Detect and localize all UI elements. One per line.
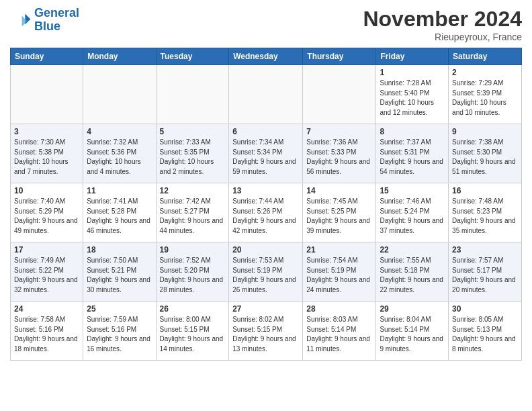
day-number: 8 bbox=[380, 127, 445, 136]
calendar-cell: 5Sunrise: 7:33 AM Sunset: 5:35 PM Daylig… bbox=[156, 124, 229, 183]
day-info: Sunrise: 7:40 AM Sunset: 5:29 PM Dayligh… bbox=[14, 197, 79, 236]
day-number: 19 bbox=[160, 245, 226, 255]
day-number: 4 bbox=[87, 127, 152, 136]
day-number: 29 bbox=[380, 304, 445, 314]
calendar-cell: 21Sunrise: 7:54 AM Sunset: 5:19 PM Dayli… bbox=[303, 242, 376, 302]
col-tuesday: Tuesday bbox=[156, 48, 229, 65]
day-info: Sunrise: 7:45 AM Sunset: 5:25 PM Dayligh… bbox=[306, 197, 372, 236]
day-number: 26 bbox=[160, 304, 226, 314]
calendar-cell: 20Sunrise: 7:53 AM Sunset: 5:19 PM Dayli… bbox=[229, 242, 303, 302]
title-block: November 2024 Rieupeyroux, France bbox=[363, 7, 522, 42]
logo: General Blue bbox=[10, 7, 79, 34]
day-info: Sunrise: 8:04 AM Sunset: 5:14 PM Dayligh… bbox=[380, 315, 445, 354]
col-monday: Monday bbox=[83, 48, 156, 65]
day-number: 22 bbox=[380, 245, 445, 255]
day-info: Sunrise: 7:46 AM Sunset: 5:24 PM Dayligh… bbox=[380, 197, 445, 236]
calendar-cell: 30Sunrise: 8:05 AM Sunset: 5:13 PM Dayli… bbox=[449, 302, 522, 361]
logo-line2: Blue bbox=[34, 19, 60, 33]
day-number: 28 bbox=[306, 304, 372, 314]
calendar-cell: 4Sunrise: 7:32 AM Sunset: 5:36 PM Daylig… bbox=[83, 124, 156, 183]
day-info: Sunrise: 8:03 AM Sunset: 5:14 PM Dayligh… bbox=[306, 315, 372, 354]
col-sunday: Sunday bbox=[11, 48, 83, 65]
day-number: 16 bbox=[452, 186, 518, 195]
day-number: 18 bbox=[87, 245, 152, 255]
day-info: Sunrise: 7:58 AM Sunset: 5:16 PM Dayligh… bbox=[14, 315, 79, 354]
month-title: November 2024 bbox=[363, 7, 522, 32]
calendar-cell: 29Sunrise: 8:04 AM Sunset: 5:14 PM Dayli… bbox=[376, 302, 449, 361]
header: General Blue November 2024 Rieupeyroux, … bbox=[10, 7, 522, 42]
calendar-cell: 27Sunrise: 8:02 AM Sunset: 5:15 PM Dayli… bbox=[229, 302, 303, 361]
day-number: 1 bbox=[380, 68, 445, 77]
calendar-cell: 3Sunrise: 7:30 AM Sunset: 5:38 PM Daylig… bbox=[11, 124, 83, 183]
calendar-cell: 24Sunrise: 7:58 AM Sunset: 5:16 PM Dayli… bbox=[11, 302, 83, 361]
day-info: Sunrise: 7:48 AM Sunset: 5:23 PM Dayligh… bbox=[452, 197, 518, 236]
week-row-3: 10Sunrise: 7:40 AM Sunset: 5:29 PM Dayli… bbox=[11, 183, 522, 242]
day-info: Sunrise: 7:38 AM Sunset: 5:30 PM Dayligh… bbox=[452, 138, 518, 177]
calendar-cell bbox=[229, 65, 303, 124]
week-row-4: 17Sunrise: 7:49 AM Sunset: 5:22 PM Dayli… bbox=[11, 242, 522, 302]
calendar-cell: 17Sunrise: 7:49 AM Sunset: 5:22 PM Dayli… bbox=[11, 242, 83, 302]
day-number: 25 bbox=[87, 304, 152, 314]
col-friday: Friday bbox=[376, 48, 449, 65]
day-number: 14 bbox=[306, 186, 372, 195]
calendar-cell: 6Sunrise: 7:34 AM Sunset: 5:34 PM Daylig… bbox=[229, 124, 303, 183]
day-info: Sunrise: 7:41 AM Sunset: 5:28 PM Dayligh… bbox=[87, 197, 152, 236]
calendar-cell: 2Sunrise: 7:29 AM Sunset: 5:39 PM Daylig… bbox=[449, 65, 522, 124]
calendar-cell bbox=[303, 65, 376, 124]
day-info: Sunrise: 7:54 AM Sunset: 5:19 PM Dayligh… bbox=[306, 256, 372, 295]
day-info: Sunrise: 7:44 AM Sunset: 5:26 PM Dayligh… bbox=[232, 197, 299, 236]
day-info: Sunrise: 7:28 AM Sunset: 5:40 PM Dayligh… bbox=[380, 79, 445, 118]
calendar-cell bbox=[11, 65, 83, 124]
calendar-cell: 25Sunrise: 7:59 AM Sunset: 5:16 PM Dayli… bbox=[83, 302, 156, 361]
day-info: Sunrise: 7:29 AM Sunset: 5:39 PM Dayligh… bbox=[452, 79, 518, 118]
svg-marker-0 bbox=[25, 13, 30, 24]
day-number: 3 bbox=[14, 127, 79, 136]
calendar-cell bbox=[83, 65, 156, 124]
calendar-cell: 19Sunrise: 7:52 AM Sunset: 5:20 PM Dayli… bbox=[156, 242, 229, 302]
week-row-1: 1Sunrise: 7:28 AM Sunset: 5:40 PM Daylig… bbox=[11, 65, 522, 124]
calendar-cell: 12Sunrise: 7:42 AM Sunset: 5:27 PM Dayli… bbox=[156, 183, 229, 242]
calendar-cell: 18Sunrise: 7:50 AM Sunset: 5:21 PM Dayli… bbox=[83, 242, 156, 302]
day-info: Sunrise: 8:02 AM Sunset: 5:15 PM Dayligh… bbox=[232, 315, 299, 354]
calendar-cell: 23Sunrise: 7:57 AM Sunset: 5:17 PM Dayli… bbox=[449, 242, 522, 302]
day-number: 17 bbox=[14, 245, 79, 255]
col-saturday: Saturday bbox=[449, 48, 522, 65]
week-row-2: 3Sunrise: 7:30 AM Sunset: 5:38 PM Daylig… bbox=[11, 124, 522, 183]
calendar-cell: 15Sunrise: 7:46 AM Sunset: 5:24 PM Dayli… bbox=[376, 183, 449, 242]
logo-icon bbox=[10, 9, 32, 31]
calendar-cell: 10Sunrise: 7:40 AM Sunset: 5:29 PM Dayli… bbox=[11, 183, 83, 242]
logo-text: General Blue bbox=[34, 7, 79, 34]
day-info: Sunrise: 7:57 AM Sunset: 5:17 PM Dayligh… bbox=[452, 256, 518, 295]
page: General Blue November 2024 Rieupeyroux, … bbox=[0, 0, 532, 411]
day-number: 11 bbox=[87, 186, 152, 195]
calendar-cell: 26Sunrise: 8:00 AM Sunset: 5:15 PM Dayli… bbox=[156, 302, 229, 361]
calendar-cell: 22Sunrise: 7:55 AM Sunset: 5:18 PM Dayli… bbox=[376, 242, 449, 302]
calendar-cell: 8Sunrise: 7:37 AM Sunset: 5:31 PM Daylig… bbox=[376, 124, 449, 183]
day-number: 30 bbox=[452, 304, 518, 314]
day-info: Sunrise: 7:59 AM Sunset: 5:16 PM Dayligh… bbox=[87, 315, 152, 354]
calendar-table: Sunday Monday Tuesday Wednesday Thursday… bbox=[10, 48, 522, 361]
day-info: Sunrise: 7:33 AM Sunset: 5:35 PM Dayligh… bbox=[160, 138, 226, 177]
logo-line1: General bbox=[34, 6, 79, 19]
day-number: 7 bbox=[306, 127, 372, 136]
calendar-cell bbox=[156, 65, 229, 124]
day-info: Sunrise: 7:42 AM Sunset: 5:27 PM Dayligh… bbox=[160, 197, 226, 236]
day-number: 24 bbox=[14, 304, 79, 314]
day-info: Sunrise: 7:34 AM Sunset: 5:34 PM Dayligh… bbox=[232, 138, 299, 177]
week-row-5: 24Sunrise: 7:58 AM Sunset: 5:16 PM Dayli… bbox=[11, 302, 522, 361]
calendar-cell: 7Sunrise: 7:36 AM Sunset: 5:33 PM Daylig… bbox=[303, 124, 376, 183]
day-info: Sunrise: 7:53 AM Sunset: 5:19 PM Dayligh… bbox=[232, 256, 299, 295]
day-number: 12 bbox=[160, 186, 226, 195]
col-thursday: Thursday bbox=[303, 48, 376, 65]
day-info: Sunrise: 7:37 AM Sunset: 5:31 PM Dayligh… bbox=[380, 138, 445, 177]
calendar-cell: 14Sunrise: 7:45 AM Sunset: 5:25 PM Dayli… bbox=[303, 183, 376, 242]
day-info: Sunrise: 7:55 AM Sunset: 5:18 PM Dayligh… bbox=[380, 256, 445, 295]
day-number: 20 bbox=[232, 245, 299, 255]
day-info: Sunrise: 7:52 AM Sunset: 5:20 PM Dayligh… bbox=[160, 256, 226, 295]
day-number: 21 bbox=[306, 245, 372, 255]
day-info: Sunrise: 8:00 AM Sunset: 5:15 PM Dayligh… bbox=[160, 315, 226, 354]
day-number: 9 bbox=[452, 127, 518, 136]
calendar-cell: 16Sunrise: 7:48 AM Sunset: 5:23 PM Dayli… bbox=[449, 183, 522, 242]
day-number: 6 bbox=[232, 127, 299, 136]
day-info: Sunrise: 7:30 AM Sunset: 5:38 PM Dayligh… bbox=[14, 138, 79, 177]
